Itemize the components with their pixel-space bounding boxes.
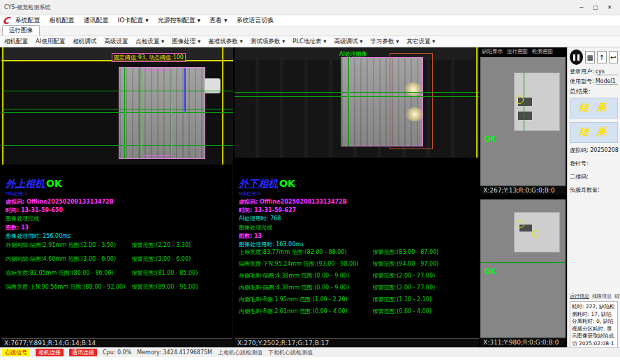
memory-usage: Memory: 3424.41796875M [137,349,212,356]
small-view-tabs: 缺陷显示运行画面检测画面 [480,47,566,56]
pixel-coords-small-bottom: X:311;Y:980;R:0;G:0;B:0 [480,338,566,347]
menu-item[interactable]: 系统配置 [15,16,40,25]
camera-image-upper[interactable]: 固定阈值:93, 动态阈值:100 [1,47,233,165]
measurement-list-upper: 外侧间隙-隔圈:2.91mm 范围:(2.00 - 3.50) 报警范围:(2.… [6,241,227,297]
arrow-up-button[interactable]: ↑ [597,51,607,63]
overlay-line [524,73,524,131]
measurement-row: 内侧毛刺-R侧:2.61mm 范围:(0.60 - 4.00) 报警范围:(0.… [239,308,473,315]
camera-title: 外上相机 [6,176,45,192]
toolbar: 相机配置AI使用配置相机调试高级设置点检设置 ▾图像处理 ▾基准线参数 ▾测试项… [0,36,620,47]
measurement-value: 内侧毛刺-R侧:1.95mm 范围:(1.00 - 2.20) [239,296,373,303]
camera-image-lower[interactable]: AI处理图像 [235,47,479,158]
overlay-line [341,57,341,146]
alarm-range: 报警范围:(83.00 - 87.00) [373,248,473,256]
toolbar-button[interactable]: 测试项参数 ▾ [251,38,285,46]
menu-item[interactable]: 系统语言切换 [236,16,274,25]
frame-count-line: 图数: 13 [239,232,347,241]
time-line: 时间: 13-31-59-627 [239,206,347,215]
titlebar: CYS-视觉检测系统 ─ ▢ ✕ [0,0,620,15]
login-user-label: 登录用户: [570,68,594,75]
cpu-usage: Cpu: 0.0% [103,349,131,356]
overlay-line [480,262,566,263]
menu-item[interactable]: 通讯配置 [84,16,109,25]
comm-connection-badge: 通讯连接 [69,349,97,356]
measurement-value: 底标宽度:83.05mm 范围:(80.00 - 86.00) [6,269,132,277]
overlay-line [1,109,233,109]
toolbar-button[interactable]: AI使用配置 [36,38,65,46]
menu-item[interactable]: 相机配置 [50,16,75,25]
maximize-button[interactable]: ▢ [589,3,602,13]
small-view-tab[interactable]: 检测画面 [532,48,553,55]
model-value[interactable]: Model1 [596,78,618,85]
defect-view-top[interactable]: OK X:267;Y:13;R:0;G:0;B:0 [480,57,566,194]
heartbeat-bottom-link[interactable]: 下相机心跳检测值 [268,349,313,356]
toolbar-button[interactable]: 高级设置 [104,38,128,46]
camera-view-lower[interactable]: AI处理图像 外下相机OK M6处理:0 虚拟码: Offline2025020… [235,47,479,347]
info-tab-error[interactable]: 错误信息 [614,293,620,300]
toolbar-button[interactable]: 相机配置 [4,38,28,46]
alarm-range: 报警范围:(2.20 - 3.30) [132,241,227,249]
small-status: OK [485,268,496,275]
model-label: 使用型号: [570,77,594,85]
statusbar: 心跳信号 相机连接 通讯连接 Cpu: 0.0% Memory: 3424.41… [0,347,620,357]
alarm-range: 报警范围:(1.10 - 2.10) [373,296,473,303]
overlay-line [476,47,478,158]
menu-item[interactable]: IO卡配置 ▾ [118,16,149,25]
defect-marker [532,230,540,238]
info-tab-film[interactable]: 残膜信息 [592,293,612,300]
login-user-value[interactable]: cys [596,68,618,75]
heartbeat-badge: 心跳信号 [2,349,30,356]
run-log[interactable]: 耗时: 222, 缺陷检测耗时: 17, 缺陷分离耗时: 0, 缺陷视频分区耗时… [570,301,618,353]
toolbar-button[interactable]: 基准线参数 ▾ [208,38,242,46]
grid-view-button[interactable]: ▦ [585,51,595,63]
menu-items: 系统配置相机配置通讯配置IO卡配置 ▾光源控制配置 ▾查看 ▾系统语言切换 [15,16,274,25]
measurement-value: 隔圈宽度-上N:90.56mm 范围:(88.00 - 92.00) [6,283,132,291]
measurement-value: 内侧毛刺-隔圈:4.38mm 范围:(0.00 - 9.00) [239,284,373,291]
overlay-line [1,112,233,113]
toolbar-button[interactable]: 其它设置 ▾ [406,38,435,46]
time-line: 时间: 13-31-59-650 [6,206,114,215]
weld-highlight [405,107,425,121]
needle-label: 卷针号: [570,160,618,167]
overlay-roi-box [141,70,172,156]
toolbar-button[interactable]: 点检设置 ▾ [135,38,164,46]
overlay-line [235,92,479,93]
measurement-value: 外侧毛刺-隔圈:4.38mm 范围:(0.00 - 9.00) [239,272,373,280]
defect-image-top[interactable]: OK [480,57,566,185]
info-tab-run[interactable]: 运行信息 [570,293,589,300]
virtual-code-line: 虚拟码: 20250208 [570,146,618,154]
menu-item[interactable]: 查看 ▾ [209,16,227,25]
return-button[interactable]: ↩ [609,51,619,63]
ai-time-line: AI处理用时: 768 [239,215,347,223]
tabbar: 运行图像 [0,26,620,36]
result-text-lower: 外下相机OK M6处理:0 虚拟码: Offline20250208133134… [239,176,347,250]
small-view-tab[interactable]: 缺陷显示 [482,48,503,55]
camera-view-upper[interactable]: 固定阈值:93, 动态阈值:100 外上相机OK M6处理:1 虚拟码: Off… [1,47,233,347]
toolbar-button[interactable]: 学习参数 ▾ [370,38,399,46]
toolbar-button[interactable]: PLC地址表 ▾ [293,38,326,46]
toolbar-button[interactable]: 图像处理 ▾ [172,38,200,46]
toolbar-button[interactable]: 相机调试 [73,38,96,46]
defect-image-bottom[interactable]: OK [480,199,566,338]
close-button[interactable]: ✕ [603,3,616,13]
pause-button[interactable] [570,50,583,65]
alarm-range: 报警范围:(2.00 - 77.00) [373,272,473,280]
pixel-coords-upper: X:7677;Y:891;R:14;G:14;B:14 [1,338,232,347]
small-view-tab[interactable]: 运行画面 [507,48,528,55]
toolbar-button[interactable]: 高级调试 ▾ [334,38,362,46]
small-status: OK [485,135,496,143]
menu-item[interactable]: 光源控制配置 ▾ [158,16,200,25]
minimize-button[interactable]: ─ [575,3,588,13]
model-field: 使用型号: Model1 [570,77,618,85]
measurement-list-lower: 上标宽度:83.77mm 范围:(82.00 - 88.00) 报警范围:(83… [239,248,473,319]
barcode-line: 虚拟码: Offline2025020813313472B [239,198,347,206]
tab-run-image[interactable]: 运行图像 [2,25,40,36]
measurement-value: 内侧毛刺-R侧:2.61mm 范围:(0.60 - 4.00) [239,308,373,315]
overlay-line [124,67,125,159]
heartbeat-top-link[interactable]: 上相机心跳检测值 [218,349,263,356]
result-status: OK [46,176,62,192]
alarm-range: 报警范围:(3.00 - 6.00) [132,255,227,263]
measurement-row: 隔圈宽度-下N:95.24mm 范围:(93.00 - 98.00) 报警范围:… [239,260,473,268]
defect-view-bottom[interactable]: OK X:311;Y:980;R:0;G:0;B:0 [480,199,566,346]
measurement-row: 外侧毛刺-隔圈:4.38mm 范围:(0.00 - 9.00) 报警范围:(2.… [239,272,473,280]
